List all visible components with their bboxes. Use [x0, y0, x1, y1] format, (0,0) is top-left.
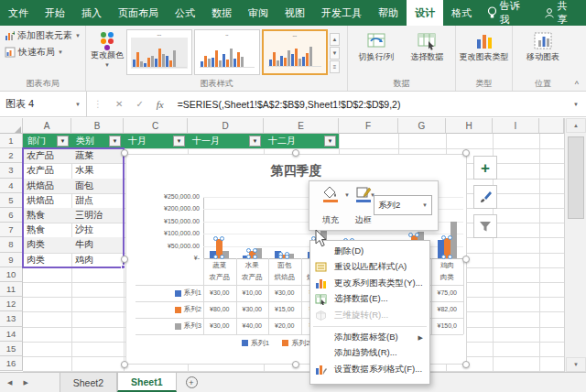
- scroll-up-arrow[interactable]: ▲: [566, 118, 586, 133]
- table-header-A[interactable]: 部门▼: [23, 134, 71, 148]
- scroll-down-arrow[interactable]: ▼: [566, 357, 586, 372]
- ribbon-tab-页面布局[interactable]: 页面布局: [110, 0, 167, 26]
- select-all-corner[interactable]: [0, 118, 23, 134]
- menu-item-添加数据标签B[interactable]: 添加数据标签(B)▶: [310, 330, 429, 345]
- row-header-6[interactable]: 6: [0, 208, 23, 223]
- select-data-button[interactable]: 选择数据: [402, 27, 453, 78]
- move-chart-button[interactable]: 移动图表: [517, 27, 569, 78]
- row-header-8[interactable]: 8: [0, 237, 23, 252]
- name-box[interactable]: 图表 4 ▼: [0, 92, 87, 116]
- chart-elements-button[interactable]: +: [473, 156, 497, 180]
- share-button[interactable]: 共享: [533, 0, 586, 26]
- filter-dropdown-button[interactable]: ▼: [173, 136, 185, 147]
- ribbon-tab-公式[interactable]: 公式: [167, 0, 203, 26]
- column-header-F[interactable]: F: [339, 118, 398, 134]
- column-header-I[interactable]: I: [493, 118, 539, 134]
- column-header-G[interactable]: G: [398, 118, 446, 134]
- chart-title[interactable]: 第四季度: [126, 163, 466, 180]
- collapse-ribbon-button[interactable]: ^: [575, 80, 579, 89]
- sheet-tab-Sheet2[interactable]: Sheet2: [60, 373, 117, 392]
- chart-handle-top-left[interactable]: [121, 149, 128, 157]
- row-header-9[interactable]: 9: [0, 253, 23, 267]
- vertical-scroll-thumb[interactable]: [568, 136, 584, 219]
- menu-item-选择数据E[interactable]: 选择数据(E)...: [310, 291, 429, 307]
- menu-item-删除D[interactable]: 删除(D): [310, 244, 429, 259]
- menu-item-重设以匹配样式A[interactable]: 重设以匹配样式(A): [310, 259, 429, 275]
- legend-item-系列1[interactable]: 系列1: [242, 338, 269, 348]
- ribbon-tab-格式[interactable]: 格式: [443, 0, 480, 26]
- chart-handle-middle-right[interactable]: [462, 256, 470, 263]
- formula-input[interactable]: =SERIES(,Sheet1!$A$2:$B$9,Sheet1!$D$2:$D…: [170, 99, 566, 110]
- row-header-13[interactable]: 13: [0, 311, 23, 326]
- quick-layout-button[interactable]: 快速布局▼: [3, 44, 82, 60]
- prev-sheet-arrow[interactable]: ◀: [7, 379, 12, 387]
- ribbon-tab-设计[interactable]: 设计: [407, 0, 443, 26]
- chart-handle-top-right[interactable]: [462, 149, 470, 157]
- legend-item-系列2[interactable]: 系列2: [282, 338, 309, 348]
- chart-style-thumb-3-selected[interactable]: ▪▪▪: [262, 29, 328, 75]
- change-colors-button[interactable]: 更改颜色 ▼: [89, 27, 125, 78]
- ribbon-tab-审阅[interactable]: 审阅: [240, 0, 277, 26]
- chart-handle-top-middle[interactable]: [292, 149, 299, 157]
- ribbon-tab-帮助[interactable]: 帮助: [370, 0, 407, 26]
- gallery-more-button[interactable]: ≡: [330, 60, 340, 73]
- row-header-5[interactable]: 5: [0, 193, 23, 208]
- chart-styles-button[interactable]: [473, 185, 497, 209]
- ribbon-tab-视图[interactable]: 视图: [277, 0, 313, 26]
- chart-style-thumb-2[interactable]: ▪▪: [194, 29, 260, 75]
- vertical-scrollbar[interactable]: ▲ ▼: [564, 118, 586, 372]
- row-header-14[interactable]: 14: [0, 327, 23, 342]
- filter-dropdown-button[interactable]: ▼: [109, 136, 121, 147]
- column-header-H[interactable]: H: [446, 118, 493, 134]
- expand-formula-bar-icon[interactable]: ▼: [566, 102, 586, 107]
- name-box-dropdown-icon[interactable]: ▼: [75, 102, 81, 107]
- row-header-4[interactable]: 4: [0, 179, 23, 193]
- chart-handle-bottom-middle[interactable]: [292, 361, 299, 368]
- ribbon-tab-文件[interactable]: 文件: [0, 0, 37, 26]
- enter-button[interactable]: ✓: [129, 99, 149, 109]
- fill-color-button[interactable]: [317, 186, 344, 213]
- filter-dropdown-button[interactable]: ▼: [57, 136, 69, 147]
- chart-handle-middle-left[interactable]: [121, 256, 128, 263]
- switch-row-column-button[interactable]: 切换行/列: [351, 27, 402, 78]
- chart-filters-button[interactable]: [473, 214, 497, 238]
- column-header-E[interactable]: E: [264, 118, 339, 134]
- menu-item-添加趋势线R[interactable]: 添加趋势线(R)...: [310, 345, 429, 361]
- new-sheet-button[interactable]: +: [177, 373, 207, 392]
- column-header-A[interactable]: A: [23, 118, 71, 134]
- row-header-3[interactable]: 3: [0, 163, 23, 178]
- tell-me-box[interactable]: 告诉我: [480, 0, 533, 26]
- ribbon-tab-插入[interactable]: 插入: [73, 0, 110, 26]
- row-header-11[interactable]: 11: [0, 282, 23, 297]
- sheet-tab-Sheet1[interactable]: Sheet1: [117, 373, 176, 392]
- ribbon-tab-开发工具[interactable]: 开发工具: [313, 0, 370, 26]
- row-header-7[interactable]: 7: [0, 223, 23, 237]
- row-header-12[interactable]: 12: [0, 297, 23, 311]
- series-selector-combobox[interactable]: 系列2 ▼: [374, 195, 432, 215]
- row-header-16[interactable]: 16: [0, 356, 23, 371]
- row-header-1[interactable]: 1: [0, 134, 23, 148]
- insert-function-button[interactable]: fx: [150, 99, 170, 110]
- column-header-partial[interactable]: [539, 118, 564, 134]
- row-header-2[interactable]: 2: [0, 148, 23, 163]
- chart-handle-bottom-right[interactable]: [462, 361, 470, 368]
- column-header-B[interactable]: B: [71, 118, 124, 134]
- cancel-button[interactable]: ✕: [109, 99, 129, 109]
- gallery-down-button[interactable]: ▼: [330, 47, 340, 60]
- add-chart-element-button[interactable]: + 添加图表元素▼: [3, 27, 82, 44]
- menu-item-设置数据系列格式F[interactable]: 设置数据系列格式(F)...: [310, 362, 429, 377]
- table-header-D[interactable]: 十一月▼: [188, 134, 264, 148]
- ribbon-tab-开始[interactable]: 开始: [37, 0, 73, 26]
- column-header-D[interactable]: D: [188, 118, 264, 134]
- row-header-10[interactable]: 10: [0, 267, 23, 282]
- series-selector-dropdown-icon[interactable]: ▼: [422, 202, 428, 208]
- ribbon-tab-数据[interactable]: 数据: [203, 0, 240, 26]
- change-chart-type-button[interactable]: 更改图表类型: [460, 27, 509, 78]
- column-header-C[interactable]: C: [124, 118, 188, 134]
- row-header-15[interactable]: 15: [0, 342, 23, 356]
- next-sheet-arrow[interactable]: ▶: [23, 379, 27, 387]
- gallery-up-button[interactable]: ▲: [330, 33, 340, 46]
- bar-系列3-鸡肉[interactable]: [450, 222, 457, 258]
- menu-item-更改系列图表类型Y[interactable]: 更改系列图表类型(Y)...: [310, 276, 429, 291]
- table-header-E[interactable]: 十二月▼: [264, 134, 339, 148]
